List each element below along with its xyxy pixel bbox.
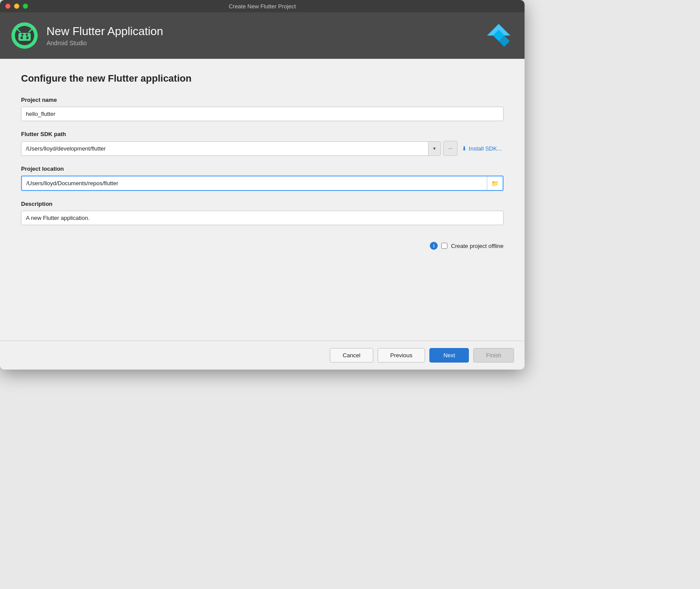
- header-text: New Flutter Application Android Studio: [46, 25, 163, 46]
- previous-button[interactable]: Previous: [378, 348, 425, 363]
- app-subtitle: Android Studio: [46, 40, 163, 47]
- sdk-input-container: ▼: [21, 141, 441, 156]
- install-sdk-button[interactable]: ⬇ Install SDK...: [460, 145, 504, 152]
- offline-checkbox[interactable]: [441, 243, 447, 249]
- sdk-path-row: ▼ ··· ⬇ Install SDK...: [21, 141, 504, 156]
- project-location-group: Project location 📁: [21, 165, 504, 191]
- flutter-logo: [483, 20, 514, 51]
- location-input-container: 📁: [21, 176, 504, 191]
- footer: Cancel Previous Next Finish: [0, 341, 525, 370]
- svg-rect-3: [21, 36, 23, 39]
- finish-button[interactable]: Finish: [473, 348, 514, 363]
- svg-point-6: [26, 34, 28, 36]
- offline-row: i Create project offline: [21, 242, 504, 250]
- location-browse-button[interactable]: 📁: [487, 176, 503, 190]
- description-group: Description: [21, 201, 504, 225]
- window-title: Create New Flutter Project: [229, 3, 296, 10]
- description-label: Description: [21, 201, 504, 207]
- sdk-path-input[interactable]: [21, 142, 428, 155]
- maximize-button[interactable]: [23, 4, 28, 9]
- android-studio-logo: [11, 22, 39, 50]
- info-icon[interactable]: i: [430, 242, 438, 250]
- download-icon: ⬇: [462, 145, 467, 152]
- header: New Flutter Application Android Studio: [0, 12, 525, 59]
- traffic-lights: [5, 4, 28, 9]
- project-name-input[interactable]: [21, 107, 504, 121]
- project-name-group: Project name: [21, 97, 504, 121]
- sdk-browse-button[interactable]: ···: [443, 141, 457, 156]
- sdk-path-label: Flutter SDK path: [21, 131, 504, 137]
- project-name-label: Project name: [21, 97, 504, 103]
- svg-point-5: [21, 34, 24, 36]
- project-location-label: Project location: [21, 165, 504, 172]
- offline-label: Create project offline: [451, 243, 504, 249]
- project-location-input[interactable]: [22, 176, 487, 190]
- header-left: New Flutter Application Android Studio: [11, 22, 163, 50]
- description-input[interactable]: [21, 211, 504, 225]
- cancel-button[interactable]: Cancel: [330, 348, 373, 363]
- minimize-button[interactable]: [14, 4, 19, 9]
- svg-rect-4: [26, 36, 29, 39]
- sdk-dropdown-button[interactable]: ▼: [428, 142, 440, 155]
- content: Configure the new Flutter application Pr…: [0, 59, 525, 341]
- install-sdk-label: Install SDK...: [469, 145, 502, 152]
- svg-rect-2: [18, 33, 31, 41]
- app-name: New Flutter Application: [46, 25, 163, 38]
- close-button[interactable]: [5, 4, 11, 9]
- next-button[interactable]: Next: [429, 348, 469, 363]
- folder-icon: 📁: [491, 180, 499, 187]
- section-title: Configure the new Flutter application: [21, 73, 504, 84]
- title-bar: Create New Flutter Project: [0, 0, 525, 12]
- sdk-path-group: Flutter SDK path ▼ ··· ⬇ Install SDK...: [21, 131, 504, 156]
